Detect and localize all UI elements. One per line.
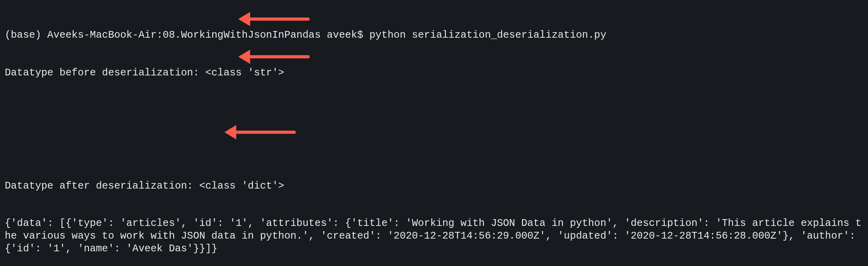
terminal-line [5,104,863,117]
terminal-output[interactable]: (base) Aveeks-MacBook-Air:08.WorkingWith… [5,4,863,266]
terminal-line: {'data': [{'type': 'articles', 'id': '1'… [5,217,863,255]
terminal-line: (base) Aveeks-MacBook-Air:08.WorkingWith… [5,29,863,42]
terminal-line [5,142,863,155]
terminal-line: Datatype before deserialization: <class … [5,67,863,79]
terminal-line: Datatype after deserialization: <class '… [5,180,863,193]
